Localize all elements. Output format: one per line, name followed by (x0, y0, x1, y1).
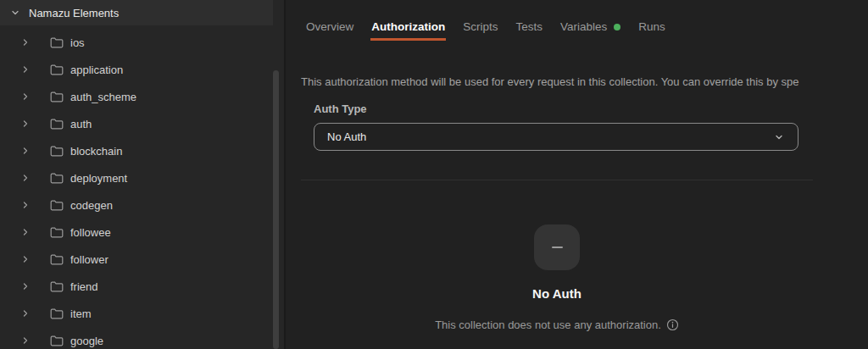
tab-label: Runs (638, 20, 665, 33)
chevron-down-icon (11, 8, 19, 17)
chevron-right-icon (21, 174, 30, 182)
auth-type-select[interactable]: No Auth (314, 123, 798, 151)
auth-type-label: Auth Type (314, 102, 868, 115)
sidebar-folder-friend[interactable]: friend (0, 273, 284, 300)
tab-variables[interactable]: Variables (559, 0, 621, 41)
empty-state: No Auth This collection does not use any… (301, 224, 813, 331)
folder-name: codegen (70, 199, 113, 212)
empty-state-caption-text: This collection does not use any authori… (435, 319, 661, 331)
auth-type-value: No Auth (327, 130, 366, 143)
auth-type-section: Auth Type No Auth (314, 102, 868, 151)
tab-label: Authorization (371, 20, 445, 33)
sidebar-item-collection[interactable]: Namazu Elements (0, 0, 273, 25)
minus-icon (552, 247, 563, 248)
auth-description: This authorization method will be used f… (301, 75, 868, 88)
folder-icon (50, 119, 64, 130)
no-auth-icon (534, 224, 580, 270)
chevron-right-icon (21, 282, 30, 291)
variables-dot-icon (614, 24, 620, 30)
folder-name: followee (70, 226, 111, 239)
sidebar-folder-blockchain[interactable]: blockchain (0, 137, 284, 164)
chevron-right-icon (21, 336, 30, 345)
folder-name: google (70, 335, 103, 347)
tab-label: Tests (516, 20, 543, 33)
folder-icon (50, 173, 64, 184)
collection-name: Namazu Elements (29, 7, 119, 19)
chevron-right-icon (21, 65, 30, 74)
sidebar-folder-auth[interactable]: auth (0, 110, 284, 137)
folder-name: application (70, 64, 123, 76)
sidebar-scrollbar[interactable] (273, 70, 279, 349)
sidebar-folder-codegen[interactable]: codegen (0, 191, 284, 219)
sidebar-folder-deployment[interactable]: deployment (0, 164, 284, 191)
sidebar-folder-google[interactable]: google (0, 327, 284, 349)
sidebar-folder-application[interactable]: application (0, 56, 284, 83)
empty-state-title: No Auth (301, 286, 813, 301)
chevron-down-icon (773, 131, 785, 143)
folder-name: deployment (70, 172, 127, 185)
folder-icon (50, 37, 64, 48)
tab-scripts[interactable]: Scripts (462, 0, 498, 41)
chevron-right-icon (21, 147, 30, 155)
folder-icon (50, 281, 64, 292)
folder-name: blockchain (70, 145, 122, 158)
chevron-right-icon (21, 255, 30, 263)
folder-list: ios application auth_scheme auth (0, 29, 284, 349)
collection-detail-pane: Overview Authorization Scripts Tests Var… (286, 0, 868, 349)
folder-name: item (70, 307, 92, 320)
tab-label: Variables (560, 20, 607, 33)
sidebar-folder-followee[interactable]: followee (0, 219, 284, 246)
info-icon[interactable] (666, 319, 679, 331)
empty-state-caption: This collection does not use any authori… (301, 319, 813, 331)
folder-name: auth_scheme (70, 91, 136, 103)
sidebar-folder-ios[interactable]: ios (0, 29, 284, 56)
section-divider (301, 180, 813, 180)
tab-runs[interactable]: Runs (637, 0, 666, 41)
folder-icon (50, 146, 64, 157)
folder-name: auth (70, 118, 92, 130)
folder-name: follower (70, 253, 108, 266)
tab-label: Overview (306, 20, 353, 33)
chevron-right-icon (21, 201, 30, 209)
tab-tests[interactable]: Tests (515, 0, 544, 41)
folder-icon (50, 200, 64, 211)
folder-icon (50, 227, 64, 238)
sidebar-folder-item[interactable]: item (0, 300, 284, 327)
chevron-right-icon (21, 228, 30, 236)
folder-icon (50, 91, 64, 102)
folder-icon (50, 64, 64, 75)
folder-icon (50, 254, 64, 265)
app-window: Namazu Elements ios application auth_sch… (0, 0, 868, 349)
folder-name: ios (70, 36, 85, 49)
chevron-right-icon (21, 92, 30, 101)
sidebar-folder-auth_scheme[interactable]: auth_scheme (0, 83, 284, 110)
chevron-right-icon (21, 38, 30, 47)
folder-icon (50, 308, 64, 319)
tab-authorization[interactable]: Authorization (370, 0, 446, 41)
chevron-right-icon (21, 309, 30, 318)
tab-bar: Overview Authorization Scripts Tests Var… (301, 0, 868, 41)
folder-icon (50, 335, 64, 346)
sidebar-folder-follower[interactable]: follower (0, 246, 284, 273)
tab-overview[interactable]: Overview (305, 0, 354, 41)
sidebar: Namazu Elements ios application auth_sch… (0, 0, 286, 349)
chevron-right-icon (21, 119, 30, 128)
tab-label: Scripts (463, 20, 498, 33)
folder-name: friend (70, 280, 98, 293)
